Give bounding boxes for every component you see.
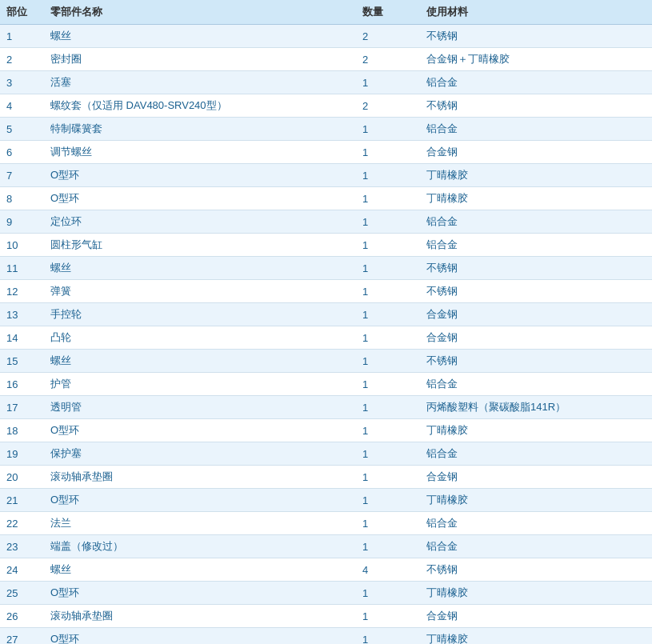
cell-qty: 1: [356, 350, 420, 373]
table-row: 27O型环1丁晴橡胶: [0, 628, 652, 645]
cell-name: 透明管: [44, 396, 356, 419]
cell-qty: 1: [356, 489, 420, 512]
cell-part: 27: [0, 628, 44, 645]
cell-material: 不锈钢: [420, 25, 652, 48]
cell-qty: 1: [356, 628, 420, 645]
header-material: 使用材料: [420, 0, 652, 25]
cell-name: 特制碟簧套: [44, 118, 356, 141]
cell-name: 活塞: [44, 71, 356, 94]
header-part: 部位: [0, 0, 44, 25]
cell-qty: 1: [356, 118, 420, 141]
cell-name: 法兰: [44, 512, 356, 535]
table-row: 26滚动轴承垫圈1合金钢: [0, 605, 652, 628]
cell-material: 丙烯酸塑料（聚碳酸脂141R）: [420, 396, 652, 419]
table-row: 2密封圈2合金钢＋丁晴橡胶: [0, 48, 652, 71]
table-row: 5特制碟簧套1铝合金: [0, 118, 652, 141]
cell-qty: 2: [356, 25, 420, 48]
cell-material: 不锈钢: [420, 94, 652, 118]
cell-qty: 1: [356, 466, 420, 489]
cell-material: 丁晴橡胶: [420, 628, 652, 645]
cell-material: 丁晴橡胶: [420, 489, 652, 512]
cell-part: 3: [0, 71, 44, 94]
header-qty: 数量: [356, 0, 420, 25]
cell-name: 滚动轴承垫圈: [44, 466, 356, 489]
cell-qty: 1: [356, 326, 420, 350]
table-row: 22法兰1铝合金: [0, 512, 652, 535]
cell-qty: 1: [356, 605, 420, 628]
cell-name: 圆柱形气缸: [44, 234, 356, 257]
cell-material: 铝合金: [420, 118, 652, 141]
cell-name: 凸轮: [44, 326, 356, 350]
cell-part: 6: [0, 141, 44, 164]
parts-table: 部位 零部件名称 数量 使用材料 1螺丝2不锈钢2密封圈2合金钢＋丁晴橡胶3活塞…: [0, 0, 652, 644]
cell-name: 螺丝: [44, 25, 356, 48]
cell-qty: 1: [356, 373, 420, 396]
cell-part: 11: [0, 257, 44, 280]
cell-material: 合金钢: [420, 303, 652, 326]
cell-name: 螺丝: [44, 350, 356, 373]
cell-material: 不锈钢: [420, 558, 652, 582]
cell-qty: 1: [356, 535, 420, 558]
cell-qty: 2: [356, 48, 420, 71]
cell-part: 17: [0, 396, 44, 419]
table-row: 1螺丝2不锈钢: [0, 25, 652, 48]
cell-part: 15: [0, 350, 44, 373]
cell-name: O型环: [44, 628, 356, 645]
cell-part: 4: [0, 94, 44, 118]
table-row: 18O型环1丁晴橡胶: [0, 419, 652, 442]
cell-part: 23: [0, 535, 44, 558]
cell-qty: 1: [356, 164, 420, 187]
cell-name: 调节螺丝: [44, 141, 356, 164]
table-row: 23端盖（修改过）1铝合金: [0, 535, 652, 558]
cell-qty: 1: [356, 303, 420, 326]
table-row: 20滚动轴承垫圈1合金钢: [0, 466, 652, 489]
cell-name: 端盖（修改过）: [44, 535, 356, 558]
cell-part: 22: [0, 512, 44, 535]
cell-part: 25: [0, 582, 44, 605]
cell-qty: 1: [356, 582, 420, 605]
cell-qty: 1: [356, 257, 420, 280]
table-row: 14凸轮1合金钢: [0, 326, 652, 350]
cell-material: 合金钢: [420, 605, 652, 628]
cell-part: 1: [0, 25, 44, 48]
cell-part: 7: [0, 164, 44, 187]
cell-part: 20: [0, 466, 44, 489]
cell-material: 铝合金: [420, 442, 652, 466]
cell-material: 不锈钢: [420, 350, 652, 373]
cell-part: 10: [0, 234, 44, 257]
cell-qty: 4: [356, 558, 420, 582]
table-row: 3活塞1铝合金: [0, 71, 652, 94]
cell-qty: 1: [356, 234, 420, 257]
cell-qty: 1: [356, 141, 420, 164]
cell-material: 合金钢＋丁晴橡胶: [420, 48, 652, 71]
cell-part: 24: [0, 558, 44, 582]
cell-qty: 1: [356, 512, 420, 535]
table-row: 19保护塞1铝合金: [0, 442, 652, 466]
cell-qty: 1: [356, 442, 420, 466]
cell-material: 合金钢: [420, 141, 652, 164]
table-row: 4螺纹套（仅适用 DAV480-SRV240型）2不锈钢: [0, 94, 652, 118]
cell-material: 铝合金: [420, 210, 652, 234]
table-row: 9定位环1铝合金: [0, 210, 652, 234]
table-row: 16护管1铝合金: [0, 373, 652, 396]
cell-material: 铝合金: [420, 535, 652, 558]
cell-qty: 1: [356, 419, 420, 442]
cell-part: 13: [0, 303, 44, 326]
cell-material: 合金钢: [420, 466, 652, 489]
cell-part: 9: [0, 210, 44, 234]
cell-material: 丁晴橡胶: [420, 164, 652, 187]
cell-name: 手控轮: [44, 303, 356, 326]
table-row: 17透明管1丙烯酸塑料（聚碳酸脂141R）: [0, 396, 652, 419]
table-row: 12弹簧1不锈钢: [0, 280, 652, 303]
table-row: 15螺丝1不锈钢: [0, 350, 652, 373]
cell-part: 2: [0, 48, 44, 71]
cell-name: 保护塞: [44, 442, 356, 466]
cell-part: 16: [0, 373, 44, 396]
cell-name: 定位环: [44, 210, 356, 234]
cell-name: O型环: [44, 164, 356, 187]
cell-part: 8: [0, 187, 44, 210]
cell-material: 铝合金: [420, 512, 652, 535]
cell-material: 丁晴橡胶: [420, 582, 652, 605]
table-row: 8O型环1丁晴橡胶: [0, 187, 652, 210]
cell-name: 密封圈: [44, 48, 356, 71]
